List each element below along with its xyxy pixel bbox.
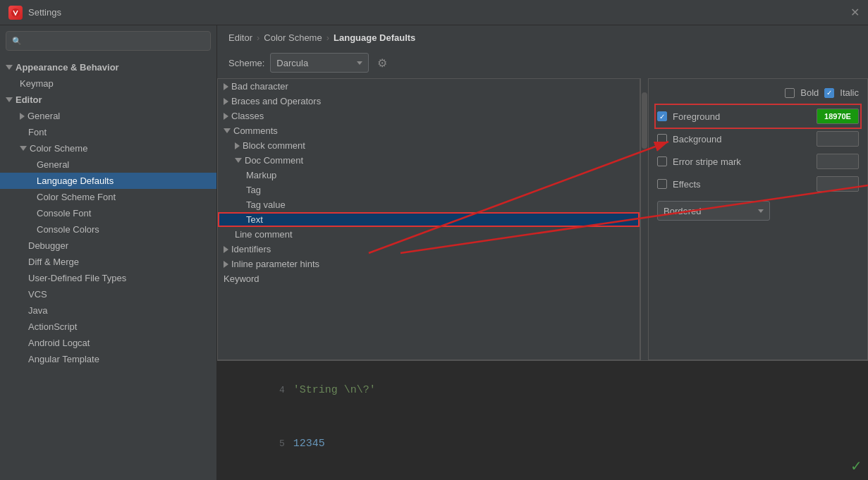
expand-icon — [224, 113, 228, 120]
expand-icon — [6, 97, 13, 102]
italic-checkbox[interactable] — [824, 88, 834, 98]
background-label: Background — [673, 134, 811, 144]
tree-panel: Bad character Braces and Operators Class… — [217, 78, 640, 360]
foreground-checkbox[interactable] — [657, 111, 667, 121]
scrollbar[interactable] — [640, 78, 649, 360]
tree-item-tag-value[interactable]: Tag value — [218, 197, 640, 212]
sidebar-label-java: Java — [28, 305, 47, 316]
search-box[interactable]: 🔍 — [6, 31, 211, 51]
sidebar-label-console-colors: Console Colors — [37, 224, 99, 235]
settings-panel: Bold Italic Foreground 18970E Backgro — [649, 78, 868, 360]
sidebar-item-editor[interactable]: Editor — [0, 92, 216, 108]
background-color-swatch[interactable] — [817, 131, 859, 147]
tree-item-classes[interactable]: Classes — [218, 109, 640, 123]
split-panel: Bad character Braces and Operators Class… — [217, 78, 868, 360]
sidebar-label-general: General — [27, 111, 60, 121]
main-layout: 🔍 Appearance & Behavior Keymap Editor Ge… — [0, 25, 868, 480]
sidebar-item-java[interactable]: Java — [0, 302, 216, 319]
sidebar-item-logcat[interactable]: Android Logcat — [0, 335, 216, 351]
sidebar-item-diff[interactable]: Diff & Merge — [0, 254, 216, 270]
sidebar-item-angular[interactable]: Angular Template — [0, 351, 216, 367]
tree-item-comments[interactable]: Comments — [218, 123, 640, 138]
sidebar-label-console-font: Console Font — [37, 208, 91, 219]
sidebar-item-vcs[interactable]: VCS — [0, 286, 216, 302]
foreground-color-value: 18970E — [824, 112, 851, 121]
preview-panel: 4'String \n\?' 512345 6Operator 7Dot: . … — [217, 360, 868, 480]
sidebar-label-debugger: Debugger — [28, 240, 68, 251]
effects-chevron-icon — [758, 209, 764, 213]
preview-line-5: 512345 — [217, 417, 868, 471]
tree-item-text[interactable]: Text — [218, 212, 640, 227]
scheme-select[interactable]: Darcula — [270, 53, 369, 73]
tree-item-bad-character[interactable]: Bad character — [218, 79, 640, 94]
effects-label: Effects — [673, 179, 811, 190]
sidebar-item-cs-font[interactable]: Color Scheme Font — [0, 189, 216, 205]
tree-label: Tag — [246, 185, 261, 195]
effects-dropdown[interactable]: Bordered — [657, 201, 770, 221]
sidebar-label-logcat: Android Logcat — [28, 338, 90, 348]
sidebar-item-font[interactable]: Font — [0, 124, 216, 140]
tree-label: Classes — [231, 111, 264, 121]
sidebar-item-appearance[interactable]: Appearance & Behavior — [0, 59, 216, 75]
tree-item-identifiers[interactable]: Identifiers — [218, 242, 640, 257]
expand-icon — [235, 142, 240, 149]
sidebar-label-font: Font — [28, 127, 47, 137]
sidebar-item-filetypes[interactable]: User-Defined File Types — [0, 270, 216, 286]
close-button[interactable]: ✕ — [850, 7, 860, 18]
tree-item-keyword[interactable]: Keyword — [218, 271, 640, 286]
checkmark-button[interactable]: ✓ — [850, 457, 862, 474]
sidebar-item-actionscript[interactable]: ActionScript — [0, 319, 216, 335]
breadcrumb-colorscheme[interactable]: Color Scheme — [264, 32, 322, 43]
sidebar-item-general[interactable]: General — [0, 108, 216, 124]
expand-icon — [224, 246, 228, 253]
expand-icon — [20, 113, 25, 120]
error-stripe-checkbox[interactable] — [657, 156, 667, 166]
tree-item-inline-hints[interactable]: Inline parameter hints — [218, 257, 640, 271]
sidebar-item-cs-general[interactable]: General — [0, 156, 216, 173]
effects-color-swatch[interactable] — [817, 176, 859, 192]
gear-icon[interactable]: ⚙ — [374, 55, 390, 70]
line-num-5: 5 — [279, 438, 285, 449]
tree-label: Keyword — [224, 273, 259, 284]
sidebar-label-appearance: Appearance & Behavior — [16, 62, 119, 73]
sidebar-item-language-defaults[interactable]: Language Defaults — [0, 173, 216, 189]
error-stripe-color-swatch[interactable] — [817, 154, 859, 169]
breadcrumb-current: Language Defaults — [334, 32, 415, 43]
tree-item-braces[interactable]: Braces and Operators — [218, 94, 640, 109]
search-icon: 🔍 — [12, 37, 22, 46]
search-input[interactable] — [25, 36, 204, 46]
expand-icon — [224, 128, 231, 133]
sidebar-item-console-font[interactable]: Console Font — [0, 205, 216, 221]
background-row: Background — [657, 129, 859, 149]
sidebar-label-language-defaults: Language Defaults — [37, 176, 114, 186]
expand-icon — [224, 83, 228, 90]
tree-item-block-comment[interactable]: Block comment — [218, 138, 640, 153]
expand-icon — [224, 98, 228, 105]
tree-label: Bad character — [231, 81, 288, 92]
sidebar-item-keymap[interactable]: Keymap — [0, 75, 216, 92]
expand-icon — [235, 158, 242, 163]
expand-icon — [6, 65, 13, 70]
tree-item-line-comment[interactable]: Line comment — [218, 227, 640, 242]
tree-item-markup[interactable]: Markup — [218, 168, 640, 183]
sidebar-label-diff: Diff & Merge — [28, 257, 79, 267]
tree-label: Text — [246, 214, 263, 225]
scheme-row: Scheme: Darcula ⚙ — [217, 49, 868, 78]
breadcrumb-editor[interactable]: Editor — [228, 32, 252, 43]
tree-label: Identifiers — [231, 244, 271, 254]
bold-checkbox[interactable] — [785, 88, 795, 98]
tree-item-tag[interactable]: Tag — [218, 183, 640, 197]
tree-item-doc-comment[interactable]: Doc Comment — [218, 153, 640, 168]
sidebar-item-debugger[interactable]: Debugger — [0, 238, 216, 254]
foreground-color-swatch[interactable]: 18970E — [817, 109, 859, 124]
tree-label: Inline parameter hints — [231, 259, 319, 269]
expand-icon — [20, 146, 27, 151]
background-checkbox[interactable] — [657, 134, 667, 144]
sidebar-item-console-colors[interactable]: Console Colors — [0, 221, 216, 238]
sidebar-label-filetypes: User-Defined File Types — [28, 273, 126, 283]
effects-checkbox[interactable] — [657, 179, 667, 189]
effects-dropdown-label: Bordered — [664, 206, 754, 216]
breadcrumb-sep1: › — [257, 32, 259, 43]
sidebar: 🔍 Appearance & Behavior Keymap Editor Ge… — [0, 25, 217, 480]
sidebar-item-colorscheme[interactable]: Color Scheme — [0, 140, 216, 156]
